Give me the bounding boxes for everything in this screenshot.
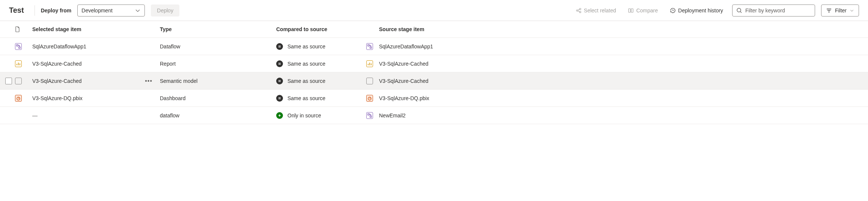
row-type: Semantic model [160, 78, 276, 84]
svg-point-2 [579, 11, 581, 13]
row-status-label: Same as source [287, 44, 325, 50]
table-row[interactable]: SqlAzureDataflowApp1DataflowSame as sour… [0, 38, 868, 55]
row-status-label: Only in source [287, 112, 321, 118]
equals-icon [276, 43, 283, 50]
svg-point-12 [19, 80, 20, 80]
header-compared[interactable]: Compared to source [276, 26, 366, 32]
report-icon [15, 60, 22, 67]
svg-rect-31 [370, 116, 372, 117]
row-name: V3-SqlAzure-Cached [32, 61, 82, 67]
deploy-button[interactable]: Deploy [151, 4, 179, 16]
svg-point-25 [368, 82, 369, 82]
row-source-icon-cell [366, 95, 379, 102]
row-type: Dashboard [160, 95, 276, 101]
row-source-name: V3-SqlAzure-Cached [379, 78, 859, 84]
svg-point-17 [18, 82, 19, 82]
svg-point-22 [368, 81, 369, 81]
row-source-icon-cell [366, 78, 379, 84]
svg-point-18 [19, 82, 20, 82]
equals-icon [276, 78, 283, 84]
svg-point-10 [17, 80, 18, 80]
divider [35, 5, 35, 16]
source-stage-select[interactable]: Development [77, 4, 145, 16]
search-input-wrap[interactable] [732, 4, 815, 16]
svg-point-1 [579, 8, 581, 10]
row-source-name: V3-SqlAzure-Cached [379, 61, 859, 67]
dashboard-icon [366, 95, 373, 102]
header-name[interactable]: Selected stage item [32, 26, 160, 32]
deployment-history-button[interactable]: Deployment history [667, 5, 726, 16]
compare-button[interactable]: Compare [625, 5, 661, 16]
row-name-cell: SqlAzureDataflowApp1 [32, 44, 160, 50]
row-name-cell: V3-SqlAzure-Cached••• [32, 78, 160, 84]
row-name: — [32, 112, 38, 118]
row-type: Dataflow [160, 44, 276, 50]
svg-point-23 [369, 81, 370, 81]
report-icon [366, 60, 373, 67]
select-related-label: Select related [584, 8, 616, 14]
table-row[interactable]: V3-SqlAzure-CachedReportSame as sourceV3… [0, 55, 868, 72]
filter-icon [826, 8, 832, 14]
row-icon-cell [14, 95, 32, 102]
svg-rect-6 [17, 45, 18, 46]
table-row[interactable]: V3-SqlAzure-Cached•••Semantic modelSame … [0, 72, 868, 90]
row-icon-cell [14, 78, 32, 84]
row-source-icon-cell [366, 112, 379, 119]
header-source[interactable]: Source stage item [379, 26, 859, 32]
row-compared-cell: Same as source [276, 43, 366, 50]
svg-point-20 [369, 80, 370, 80]
row-type: Report [160, 61, 276, 67]
row-source-icon-cell [366, 43, 379, 50]
table-header: Selected stage item Type Compared to sou… [0, 21, 868, 38]
row-checkbox[interactable] [5, 78, 12, 84]
svg-point-26 [369, 82, 370, 82]
svg-point-13 [17, 81, 18, 81]
share-icon [576, 8, 582, 14]
svg-point-16 [17, 82, 18, 82]
row-status-label: Same as source [287, 95, 325, 101]
select-related-button[interactable]: Select related [573, 5, 619, 16]
svg-rect-9 [370, 47, 372, 48]
chevron-down-icon [135, 8, 141, 14]
more-options-button[interactable]: ••• [145, 78, 152, 84]
semantic-icon [15, 78, 22, 84]
filter-button[interactable]: Filter [821, 4, 859, 16]
equals-icon [276, 60, 283, 67]
deploy-from-label: Deploy from [41, 8, 72, 14]
svg-point-11 [18, 80, 19, 80]
row-name: V3-SqlAzure-DQ.pbix [32, 95, 83, 101]
svg-point-21 [370, 80, 371, 80]
svg-rect-4 [631, 9, 633, 12]
svg-point-24 [370, 81, 371, 81]
svg-rect-7 [19, 47, 20, 48]
table-row[interactable]: V3-SqlAzure-DQ.pbixDashboardSame as sour… [0, 90, 868, 107]
table-row[interactable]: —dataflowOnly in sourceNewEmail2 [0, 107, 868, 124]
row-icon-cell [14, 43, 32, 50]
svg-rect-3 [629, 9, 630, 12]
svg-point-19 [368, 80, 369, 80]
source-stage-value: Development [81, 8, 113, 14]
filter-label: Filter [835, 8, 847, 14]
svg-point-15 [19, 81, 20, 81]
row-name: V3-SqlAzure-Cached [32, 78, 82, 84]
search-input[interactable] [745, 8, 811, 14]
row-name: SqlAzureDataflowApp1 [32, 44, 86, 50]
history-icon [670, 8, 676, 14]
header-type[interactable]: Type [160, 26, 276, 32]
search-icon [736, 8, 742, 14]
svg-point-5 [737, 8, 741, 12]
toolbar: Test Deploy from Development Deploy Sele… [0, 0, 868, 21]
plus-icon [276, 112, 283, 119]
dataflow-icon [366, 43, 373, 50]
row-source-name: V3-SqlAzure-DQ.pbix [379, 95, 859, 101]
equals-icon [276, 95, 283, 102]
svg-point-14 [18, 81, 19, 81]
row-checkbox-cell [4, 78, 14, 84]
svg-rect-30 [368, 114, 369, 115]
row-icon-cell [14, 60, 32, 67]
dashboard-icon [15, 95, 22, 102]
header-icon-col [14, 26, 32, 32]
dataflow-icon [366, 112, 373, 119]
row-name-cell: — [32, 112, 160, 118]
row-source-name: SqlAzureDataflowApp1 [379, 44, 859, 50]
